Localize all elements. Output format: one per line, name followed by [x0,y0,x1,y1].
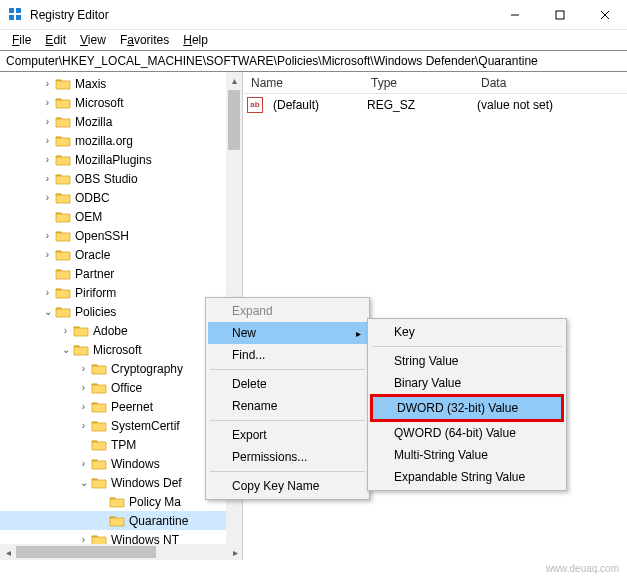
string-value-icon: ab [247,97,263,113]
tree-item-label: OEM [75,210,102,224]
sub-binary-value[interactable]: Binary Value [370,372,564,394]
sub-multi-string[interactable]: Multi-String Value [370,444,564,466]
folder-icon [73,343,89,357]
ctx-export[interactable]: Export [208,424,367,446]
tree-item-label: Windows [111,457,160,471]
tree-item[interactable]: ›mozilla.org [0,131,242,150]
sub-qword-value[interactable]: QWORD (64-bit) Value [370,422,564,444]
tree-horizontal-scrollbar[interactable]: ◂ ▸ [0,544,243,560]
folder-icon [55,115,71,129]
chevron-right-icon[interactable]: › [40,154,55,165]
ctx-rename[interactable]: Rename [208,395,367,417]
chevron-right-icon[interactable]: › [76,420,91,431]
window-title: Registry Editor [30,8,492,22]
hscroll-thumb[interactable] [16,546,156,558]
scroll-thumb[interactable] [228,90,240,150]
chevron-down-icon[interactable]: ⌄ [58,344,73,355]
ctx-expand[interactable]: Expand [208,300,367,322]
address-bar[interactable]: Computer\HKEY_LOCAL_MACHINE\SOFTWARE\Pol… [0,50,627,72]
tree-item-label: OBS Studio [75,172,138,186]
tree-item-label: SystemCertif [111,419,180,433]
chevron-right-icon[interactable]: › [40,97,55,108]
tree-item[interactable]: ›Quarantine [0,511,242,530]
chevron-down-icon[interactable]: ⌄ [76,477,91,488]
menubar: File Edit View Favorites Help [0,30,627,50]
folder-icon [91,438,107,452]
tree-item[interactable]: ›Mozilla [0,112,242,131]
tree-item[interactable]: ›MozillaPlugins [0,150,242,169]
sub-expandable-string[interactable]: Expandable String Value [370,466,564,488]
folder-icon [55,286,71,300]
col-name[interactable]: Name [243,76,363,90]
tree-item[interactable]: ›OEM [0,207,242,226]
svg-rect-5 [556,11,564,19]
ctx-delete[interactable]: Delete [208,373,367,395]
folder-icon [109,495,125,509]
tree-item[interactable]: ›ODBC [0,188,242,207]
col-type[interactable]: Type [363,76,473,90]
tree-item[interactable]: ›Partner [0,264,242,283]
chevron-right-icon[interactable]: › [76,401,91,412]
ctx-new[interactable]: New ▸ [208,322,367,344]
folder-icon [55,153,71,167]
menu-edit[interactable]: Edit [39,31,72,49]
tree-item[interactable]: ›OpenSSH [0,226,242,245]
chevron-right-icon[interactable]: › [40,78,55,89]
tree-item-label: Policies [75,305,116,319]
tree-item-label: Windows Def [111,476,182,490]
folder-icon [55,210,71,224]
chevron-right-icon[interactable]: › [40,173,55,184]
scroll-up-icon[interactable]: ▴ [226,72,242,88]
menu-favorites[interactable]: Favorites [114,31,175,49]
chevron-right-icon[interactable]: › [40,287,55,298]
tree-item-label: Office [111,381,142,395]
chevron-right-icon[interactable]: › [40,116,55,127]
menu-file[interactable]: File [6,31,37,49]
sub-string-value[interactable]: String Value [370,350,564,372]
maximize-button[interactable] [537,0,582,30]
chevron-right-icon[interactable]: › [76,458,91,469]
tree-item-label: Maxis [75,77,106,91]
new-submenu: Key String Value Binary Value DWORD (32-… [367,318,567,491]
tree-item[interactable]: ›Maxis [0,74,242,93]
minimize-button[interactable] [492,0,537,30]
chevron-right-icon[interactable]: › [40,135,55,146]
folder-icon [109,514,125,528]
chevron-right-icon[interactable]: › [40,192,55,203]
svg-rect-2 [9,15,14,20]
menu-view[interactable]: View [74,31,112,49]
ctx-find[interactable]: Find... [208,344,367,366]
col-data[interactable]: Data [473,76,627,90]
chevron-right-icon[interactable]: › [58,325,73,336]
scroll-right-icon[interactable]: ▸ [227,547,243,558]
chevron-right-icon[interactable]: › [40,230,55,241]
tree-item[interactable]: ›Oracle [0,245,242,264]
list-row[interactable]: ab (Default) REG_SZ (value not set) [243,95,627,114]
content-area: ›Maxis›Microsoft›Mozilla›mozilla.org›Moz… [0,72,627,560]
menu-help[interactable]: Help [177,31,214,49]
tree-item-label: Partner [75,267,114,281]
scroll-left-icon[interactable]: ◂ [0,547,16,558]
tree-item-label: MozillaPlugins [75,153,152,167]
svg-rect-1 [16,8,21,13]
app-icon [8,7,24,23]
tree-item-label: Piriform [75,286,116,300]
folder-icon [91,457,107,471]
ctx-permissions[interactable]: Permissions... [208,446,367,468]
chevron-right-icon[interactable]: › [76,363,91,374]
close-button[interactable] [582,0,627,30]
tree-item[interactable]: ›Microsoft [0,93,242,112]
separator [210,369,365,370]
chevron-right-icon[interactable]: › [40,249,55,260]
chevron-down-icon[interactable]: ⌄ [40,306,55,317]
cell-data: (value not set) [469,98,561,112]
folder-icon [55,267,71,281]
chevron-right-icon[interactable]: › [76,382,91,393]
tree-item[interactable]: ›OBS Studio [0,169,242,188]
tree-item-label: OpenSSH [75,229,129,243]
sub-dword-value[interactable]: DWORD (32-bit) Value [370,394,564,422]
folder-icon [91,362,107,376]
folder-icon [55,77,71,91]
sub-key[interactable]: Key [370,321,564,343]
ctx-copy-key-name[interactable]: Copy Key Name [208,475,367,497]
